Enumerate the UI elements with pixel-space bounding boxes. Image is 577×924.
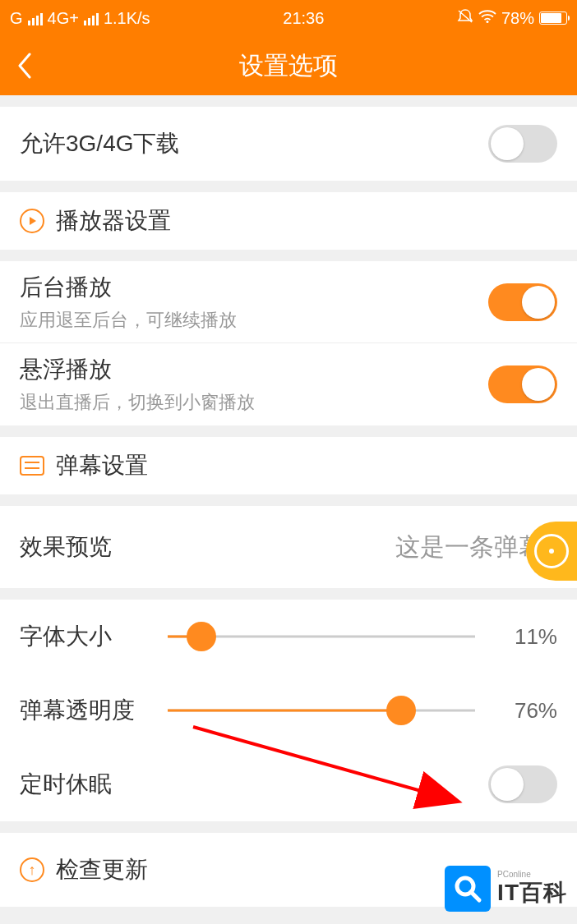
toggle-float-play[interactable] bbox=[488, 365, 557, 403]
chat-icon bbox=[534, 534, 569, 568]
section-danmu: 弹幕设置 bbox=[0, 437, 577, 494]
toggle-background-play[interactable] bbox=[488, 283, 557, 321]
row-float-play[interactable]: 悬浮播放 退出直播后，切换到小窗播放 bbox=[0, 343, 577, 425]
toggle-cellular-download[interactable] bbox=[488, 125, 557, 163]
play-icon bbox=[20, 209, 44, 233]
svg-point-0 bbox=[486, 21, 488, 23]
row-label: 后台播放 bbox=[20, 272, 112, 303]
row-background-play[interactable]: 后台播放 应用退至后台，可继续播放 bbox=[0, 261, 577, 343]
back-button[interactable] bbox=[0, 36, 49, 95]
signal-icon bbox=[28, 11, 43, 25]
slider-font-size[interactable] bbox=[168, 620, 475, 653]
wifi-icon bbox=[478, 9, 496, 28]
battery-icon bbox=[539, 11, 567, 25]
row-sleep-timer[interactable]: 定时休眠 bbox=[0, 747, 577, 821]
slider-label: 字体大小 bbox=[20, 621, 151, 652]
toggle-sleep-timer[interactable] bbox=[488, 765, 557, 803]
section-title: 弹幕设置 bbox=[56, 450, 148, 481]
update-icon: ↑ bbox=[20, 857, 44, 882]
row-label: 检查更新 bbox=[56, 854, 148, 885]
row-subtitle: 应用退至后台，可继续播放 bbox=[20, 308, 237, 333]
row-label: 悬浮播放 bbox=[20, 354, 112, 385]
slider-label: 弹幕透明度 bbox=[20, 695, 151, 726]
network-label: 4G+ bbox=[48, 9, 79, 28]
row-label: 允许3G/4G下载 bbox=[20, 128, 179, 159]
row-preview: 效果预览 这是一条弹幕a bbox=[0, 506, 577, 588]
speed-label: 1.1K/s bbox=[104, 9, 150, 28]
slider-value: 11% bbox=[492, 624, 557, 650]
svg-line-3 bbox=[471, 892, 479, 900]
section-player: 播放器设置 bbox=[0, 192, 577, 250]
signal-icon-2 bbox=[84, 11, 99, 25]
battery-label: 78% bbox=[501, 9, 534, 28]
section-title: 播放器设置 bbox=[56, 205, 171, 237]
chat-fab[interactable] bbox=[526, 522, 577, 581]
slider-value: 76% bbox=[492, 698, 557, 724]
row-opacity: 弹幕透明度 76% bbox=[0, 673, 577, 747]
nav-bar: 设置选项 bbox=[0, 36, 577, 95]
watermark-subtitle: PConline bbox=[497, 870, 567, 879]
status-bar: G 4G+ 1.1K/s 21:36 78% bbox=[0, 0, 577, 36]
row-font-size: 字体大小 11% bbox=[0, 600, 577, 673]
page-title: 设置选项 bbox=[0, 49, 577, 83]
carrier-label: G bbox=[10, 9, 23, 28]
slider-opacity[interactable] bbox=[168, 694, 475, 727]
time-label: 21:36 bbox=[283, 9, 324, 28]
row-label: 效果预览 bbox=[20, 531, 112, 563]
watermark: PConline IT百科 bbox=[445, 866, 567, 912]
silent-icon bbox=[457, 8, 473, 29]
row-allow-cellular-download[interactable]: 允许3G/4G下载 bbox=[0, 107, 577, 181]
danmu-icon bbox=[20, 456, 44, 476]
row-label: 定时休眠 bbox=[20, 769, 112, 800]
watermark-logo bbox=[445, 866, 491, 912]
row-subtitle: 退出直播后，切换到小窗播放 bbox=[20, 390, 255, 415]
watermark-text: IT百科 bbox=[497, 880, 567, 905]
